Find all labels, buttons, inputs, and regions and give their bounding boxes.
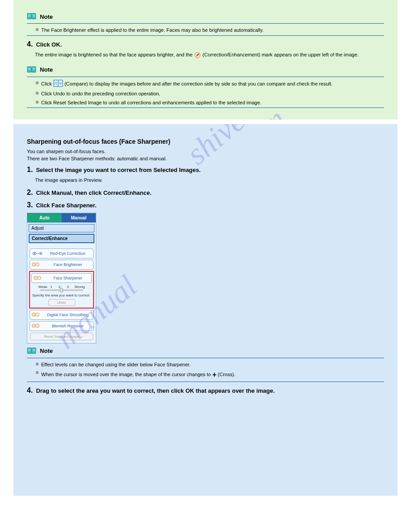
tab-manual[interactable]: Manual bbox=[62, 213, 96, 223]
book-icon bbox=[27, 13, 37, 21]
text: (Correction/Enhancement) mark appears on… bbox=[202, 52, 359, 57]
intro-text-2: There are two Face Sharpener methods: au… bbox=[27, 156, 384, 161]
watermark: shive bbox=[180, 124, 252, 172]
divider bbox=[27, 382, 384, 382]
section-title: Sharpening out-of-focus faces (Face Shar… bbox=[27, 138, 384, 145]
divider bbox=[27, 23, 384, 24]
step-3: 3. Click Face Sharpener. bbox=[27, 201, 384, 209]
button-label: Face Sharpener bbox=[46, 276, 90, 280]
correct-enhance-row[interactable]: Correct/Enhance bbox=[29, 234, 94, 243]
step-number: 1. bbox=[27, 166, 33, 173]
correction-panel: Auto Manual Adjust Correct/Enhance Red-E… bbox=[27, 213, 96, 343]
face-icon bbox=[32, 312, 43, 318]
face-icon bbox=[32, 262, 43, 268]
step-title: Click OK. bbox=[36, 41, 62, 48]
bullet-icon bbox=[36, 92, 39, 94]
list-item: Click (Compare) to display the images be… bbox=[36, 80, 384, 89]
correction-brush-icon bbox=[194, 51, 201, 59]
step-title: Drag to select the area you want to corr… bbox=[36, 387, 274, 394]
step-number: 3. bbox=[27, 201, 33, 209]
reset-button[interactable]: Reset Selected Image bbox=[30, 333, 93, 340]
bullet-icon bbox=[36, 363, 39, 365]
step-4: 4. Click OK. bbox=[27, 40, 384, 48]
specify-text: Specify the area you want to correct bbox=[31, 292, 92, 298]
button-label: Blemish Remover bbox=[44, 324, 91, 328]
divider bbox=[27, 35, 384, 36]
text: Click bbox=[41, 81, 53, 86]
smoothing-button[interactable]: Digital Face Smoothing bbox=[30, 310, 94, 320]
svg-rect-15 bbox=[55, 82, 57, 85]
eye-icon bbox=[32, 250, 43, 257]
step-number: 2. bbox=[27, 189, 33, 196]
note-label: Note bbox=[40, 348, 53, 354]
step-body: The image appears in Preview. bbox=[35, 176, 384, 184]
text: (Compare) to display the images before a… bbox=[64, 81, 333, 86]
svg-point-20 bbox=[40, 253, 41, 254]
bullet-icon bbox=[36, 82, 39, 84]
text: The entire image is brightened so that t… bbox=[35, 52, 194, 57]
intro-text: You can sharpen out-of-focus faces. bbox=[27, 149, 384, 154]
step-title: Select the image you want to correct fro… bbox=[36, 167, 201, 173]
tab-auto[interactable]: Auto bbox=[27, 213, 62, 223]
text: Click Reset Selected Image to undo all c… bbox=[41, 100, 261, 105]
note-label: Note bbox=[40, 13, 53, 20]
note-bullet-list-blue: Effect levels can be changed using the s… bbox=[27, 361, 384, 381]
sharpener-selected-box: Face Sharpener Weak 1 2 3 Strong Specify… bbox=[29, 271, 94, 309]
adjust-row[interactable]: Adjust bbox=[29, 224, 94, 232]
bullet-icon bbox=[36, 371, 39, 374]
redeye-button[interactable]: Red-Eye Correction bbox=[30, 249, 94, 258]
divider bbox=[27, 77, 384, 77]
note-heading-2: Note bbox=[27, 66, 384, 76]
divider bbox=[27, 358, 384, 358]
list-item: Click Reset Selected Image to undo all c… bbox=[36, 99, 384, 107]
compare-icon bbox=[53, 80, 63, 89]
note-bullet-list-2: Click (Compare) to display the images be… bbox=[27, 80, 384, 107]
step-title: Click Face Sharpener. bbox=[36, 202, 96, 209]
list-item: Click Undo to undo the preceding correct… bbox=[36, 90, 384, 98]
slider-row: Weak 1 2 3 Strong bbox=[31, 283, 92, 292]
slider-strong-label: Strong bbox=[74, 285, 85, 289]
step-number: 4. bbox=[27, 386, 33, 394]
brightener-button[interactable]: Face Brightener bbox=[30, 260, 94, 270]
cross-icon: + bbox=[212, 371, 216, 378]
note-heading-1: Note bbox=[27, 13, 384, 22]
tab-bar: Auto Manual bbox=[27, 213, 96, 223]
note-heading-blue: Note bbox=[27, 347, 384, 357]
face-icon bbox=[34, 275, 44, 281]
book-icon bbox=[27, 66, 37, 74]
step-4-blue: 4. Drag to select the area you want to c… bbox=[27, 386, 384, 395]
book-icon bbox=[27, 347, 37, 355]
step-body: The entire image is brightened so that t… bbox=[35, 51, 384, 59]
face-icon bbox=[32, 323, 43, 329]
slider-weak-label: Weak bbox=[38, 285, 47, 289]
note-bullet-list: The Face Brightener effect is applied to… bbox=[27, 26, 384, 34]
svg-rect-16 bbox=[59, 82, 62, 85]
step-1: 1. Select the image you want to correct … bbox=[27, 166, 384, 174]
bullet-icon bbox=[36, 28, 39, 31]
button-label: Digital Face Smoothing bbox=[44, 313, 91, 317]
slider-thumb[interactable] bbox=[60, 288, 63, 292]
slider-track[interactable] bbox=[40, 289, 83, 291]
divider bbox=[27, 107, 384, 108]
text: Click Undo to undo the preceding correct… bbox=[41, 91, 160, 96]
blemish-button[interactable]: Blemish Remover bbox=[30, 321, 94, 331]
bullet-text: The Face Brightener effect is applied to… bbox=[41, 27, 264, 33]
bullet-icon bbox=[36, 101, 39, 103]
step-2: 2. Click Manual, then click Correct/Enha… bbox=[27, 189, 384, 197]
button-label: Face Brightener bbox=[44, 262, 91, 267]
undo-button[interactable]: Undo bbox=[48, 299, 75, 306]
list-item: The Face Brightener effect is applied to… bbox=[36, 26, 384, 34]
text: When the cursor is moved over the image,… bbox=[41, 372, 212, 377]
text: (Cross). bbox=[218, 372, 235, 377]
sharpener-button[interactable]: Face Sharpener bbox=[31, 273, 92, 283]
list-item: Effect levels can be changed using the s… bbox=[36, 361, 384, 369]
step-number: 4. bbox=[27, 40, 33, 48]
list-item: When the cursor is moved over the image,… bbox=[36, 369, 384, 380]
button-label: Red-Eye Correction bbox=[44, 251, 91, 256]
note-label: Note bbox=[40, 66, 53, 73]
text: Effect levels can be changed using the s… bbox=[41, 362, 191, 367]
step-title: Click Manual, then click Correct/Enhance… bbox=[36, 189, 151, 196]
svg-point-18 bbox=[34, 253, 35, 254]
